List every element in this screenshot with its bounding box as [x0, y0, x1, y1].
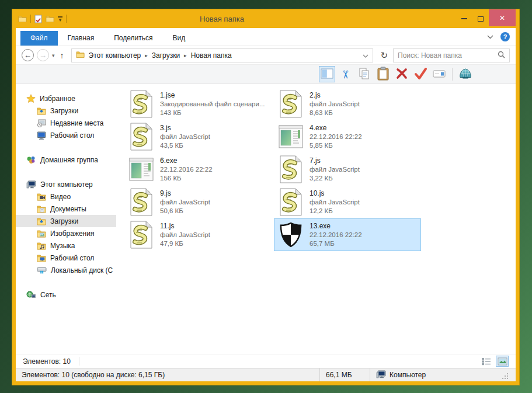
forward-button[interactable]: →: [37, 49, 49, 61]
tab-file[interactable]: Файл: [20, 31, 58, 46]
desktop-icon: [37, 131, 46, 140]
file-tile-6.exe[interactable]: 6.exe 22.12.2016 22:22 156 КБ: [124, 153, 274, 186]
properties-icon[interactable]: [34, 15, 42, 23]
exe-file-icon: [277, 125, 304, 148]
up-button[interactable]: ↑: [58, 51, 67, 60]
sidebar-item-music[interactable]: Музыка: [16, 239, 116, 252]
sidebar-item-label: Загрузки: [50, 107, 78, 115]
paste-icon: [377, 67, 390, 82]
preview-pane-icon: [320, 67, 334, 82]
file-tile-9.js[interactable]: 9.js файл JavaScript 50,6 КБ: [124, 186, 274, 218]
toolbar-separator: [452, 68, 453, 81]
js-file-icon: [277, 90, 304, 118]
file-name: 1.jse: [160, 91, 265, 100]
delete-icon: [395, 67, 408, 82]
file-tile-10.js[interactable]: 10.js файл JavaScript 12,2 КБ: [274, 186, 421, 218]
file-description: файл JavaScript: [160, 231, 210, 239]
file-size: 47,9 КБ: [160, 239, 210, 248]
sidebar-item-recent-places[interactable]: Недавние места: [16, 117, 116, 129]
qat-customize-icon[interactable]: ▾: [58, 16, 62, 22]
breadcrumb-segment[interactable]: Этот компьютер: [89, 51, 141, 60]
sidebar-item-local-disk-c[interactable]: Локальный диск (C: [16, 264, 116, 276]
tab-home[interactable]: Главная: [58, 31, 105, 46]
sidebar-item-label: Недавние места: [50, 119, 103, 127]
tab-view[interactable]: Вид: [162, 31, 195, 46]
file-description: Закодированный файл сценари...: [160, 100, 265, 109]
file-description: файл JavaScript: [310, 165, 360, 174]
back-button[interactable]: ←: [22, 49, 34, 61]
computer-icon: [376, 370, 386, 380]
rename-button[interactable]: [431, 66, 447, 82]
folder-doc-icon: [37, 205, 46, 213]
search-input[interactable]: [398, 51, 498, 60]
sidebar-item-this-pc[interactable]: Этот компьютер: [16, 178, 116, 190]
file-tile-7.js[interactable]: 7.js файл JavaScript 3,22 КБ: [274, 153, 421, 186]
search-icon: [498, 51, 505, 60]
sidebar-item-homegroup[interactable]: Домашняя группа: [16, 154, 116, 166]
breadcrumb[interactable]: Этот компьютер▸Загрузки▸Новая папка: [71, 48, 374, 62]
copy-button[interactable]: [356, 66, 373, 82]
file-description: 22.12.2016 22:22: [310, 133, 362, 141]
search-box: [393, 48, 510, 62]
file-size: 156 КБ: [160, 174, 213, 183]
sidebar-item-video[interactable]: Видео: [16, 190, 116, 203]
sidebar-item-favorites[interactable]: Избранное: [16, 92, 116, 105]
preview-pane-button[interactable]: [319, 66, 335, 82]
file-tile-4.exe[interactable]: 4.exe 22.12.2016 22:22 5,85 КБ: [274, 120, 421, 153]
sidebar-item-documents[interactable]: Документы: [16, 203, 116, 215]
new-folder-icon[interactable]: [46, 15, 54, 22]
close-button[interactable]: ✕: [489, 9, 516, 26]
sidebar-item-desktop-folder[interactable]: Рабочий стол: [16, 252, 116, 264]
paste-button[interactable]: [375, 66, 391, 82]
folder-pic-icon: [37, 229, 46, 238]
sidebar-item-desktop-fav[interactable]: Рабочий стол: [16, 129, 116, 141]
delete-button[interactable]: [394, 66, 410, 82]
sidebar-item-label: Этот компьютер: [40, 180, 93, 189]
qat-separator: [66, 15, 67, 23]
view-thumbnails-button[interactable]: [496, 356, 509, 367]
sidebar-item-downloads-fav[interactable]: Загрузки: [16, 105, 116, 117]
explorer-folder-icon[interactable]: [18, 15, 27, 22]
file-tile-2.js[interactable]: 2.js файл JavaScript 8,63 КБ: [274, 88, 421, 120]
folder-music-icon: [37, 242, 46, 250]
folder-down-icon: [37, 107, 46, 115]
file-tile-13.exe[interactable]: 13.exe 22.12.2016 22:22 65,7 МБ: [274, 218, 421, 251]
breadcrumb-segment[interactable]: Загрузки: [152, 51, 180, 60]
view-details-button[interactable]: [479, 356, 492, 367]
breadcrumb-dropdown-icon[interactable]: [363, 51, 368, 60]
sidebar-item-pictures[interactable]: Изображения: [16, 227, 116, 239]
sidebar-item-label: Рабочий стол: [50, 254, 94, 262]
breadcrumb-arrow-icon: ▸: [145, 53, 148, 58]
file-name: 11.js: [160, 222, 210, 231]
history-dropdown-icon[interactable]: ▾: [52, 53, 55, 58]
cut-icon: ✂: [339, 69, 352, 79]
check-button[interactable]: [412, 66, 429, 82]
resize-grip[interactable]: [502, 373, 509, 381]
tab-share[interactable]: Поделиться: [104, 31, 162, 46]
file-description: файл JavaScript: [160, 198, 210, 207]
refresh-button[interactable]: ↻: [378, 50, 390, 61]
maximize-icon: [478, 16, 484, 22]
cut-button[interactable]: ✂: [338, 66, 354, 82]
explorer-window: ▾ Новая папка ✕ ФайлГлавнаяПоделитьсяВид…: [12, 9, 520, 385]
file-tile-1.jse[interactable]: 1.jse Закодированный файл сценари... 143…: [124, 88, 274, 120]
breadcrumb-segment[interactable]: Новая папка: [191, 51, 232, 60]
shell-icon: [458, 67, 472, 82]
help-icon[interactable]: ?: [500, 32, 510, 41]
navigation-pane: Избранное Загрузки Недавние места Рабочи…: [16, 84, 116, 354]
file-tile-11.js[interactable]: 11.js файл JavaScript 47,9 КБ: [124, 218, 274, 251]
maximize-button[interactable]: [472, 9, 489, 28]
ribbon-collapse-icon[interactable]: [487, 33, 493, 41]
shell-button[interactable]: [457, 66, 474, 82]
file-description: файл JavaScript: [310, 100, 360, 109]
minimize-button[interactable]: [456, 9, 472, 28]
status-location: Компьютер: [370, 368, 516, 381]
breadcrumb-arrow-icon: ▸: [184, 53, 187, 58]
view-thumbnails-icon: [498, 357, 507, 366]
sidebar-item-downloads[interactable]: Загрузки: [16, 215, 116, 227]
shield-file-icon: [277, 222, 304, 248]
sidebar-item-network[interactable]: Сеть: [16, 288, 116, 301]
sidebar-item-label: Локальный диск (C: [51, 266, 113, 274]
sidebar-item-label: Сеть: [40, 291, 56, 299]
file-tile-3.js[interactable]: 3.js файл JavaScript 43,5 КБ: [124, 120, 274, 153]
